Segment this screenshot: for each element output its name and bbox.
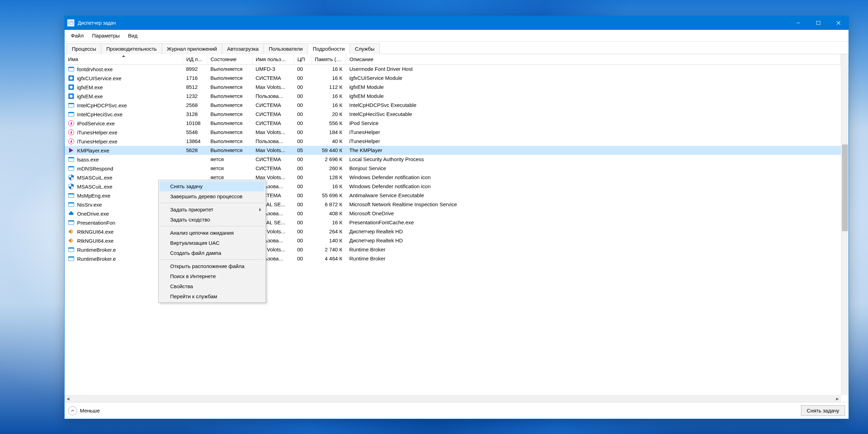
process-icon [68,93,74,99]
table-row[interactable]: iTunesHelper.exe13864ВыполняетсяПользова… [65,137,841,146]
process-name: RtkNGUI64.exe [77,238,114,244]
table-row[interactable]: iTunesHelper.exe5548ВыполняетсяMax Volot… [65,128,841,137]
process-name: igfxEM.exe [77,84,103,90]
process-name: iTunesHelper.exe [77,139,117,144]
process-memory: 184 К [311,128,346,137]
process-status: Выполняется [207,83,252,92]
table-row[interactable]: iPodService.exe10108ВыполняетсяСИСТЕМА00… [65,119,841,128]
context-menu-item[interactable]: Свойства [160,281,265,291]
table-row[interactable]: igfxCUIService.exe1716ВыполняетсяСИСТЕМА… [65,74,841,83]
svg-rect-27 [68,193,74,194]
maximize-button[interactable] [808,16,828,30]
process-memory: 40 К [311,137,346,146]
process-status: Выполняется [207,110,252,119]
tab-details[interactable]: Подробности [308,43,350,54]
menu-view[interactable]: Вид [124,31,142,40]
horizontal-scrollbar[interactable]: ◄ ► [65,395,841,402]
column-header-pid[interactable]: ИД п... [183,54,207,65]
context-menu-item[interactable]: Задать приоритет [160,205,265,215]
process-pid: 3128 [183,110,207,119]
process-memory: 112 К [311,83,346,92]
svg-rect-7 [68,67,74,68]
process-cpu: 00 [294,155,311,164]
footer-bar: Меньше Снять задачу [65,402,849,419]
process-icon [68,247,74,253]
process-icon [68,174,74,181]
menu-file[interactable]: Файл [67,31,88,40]
process-description: iPod Service [346,119,841,128]
process-cpu: 00 [294,137,311,146]
process-status: яется [207,155,252,164]
process-memory: 264 К [311,227,346,236]
process-pid: 2568 [183,101,207,110]
process-icon [68,192,74,199]
tab-users[interactable]: Пользователи [264,43,308,54]
scroll-left-icon[interactable]: ◄ [65,395,72,402]
tab-app-history[interactable]: Журнал приложений [162,43,222,54]
column-header-user[interactable]: Имя польз... [252,54,294,65]
process-description: igfxEM Module [346,92,841,101]
context-menu-separator [160,259,264,260]
svg-marker-21 [69,148,73,153]
table-row[interactable]: igfxEM.exe1232ВыполняетсяПользова...0016… [65,92,841,101]
context-menu-item[interactable]: Задать сходство [160,215,265,225]
context-menu-item[interactable]: Завершить дерево процессов [160,191,265,201]
fewer-details-button[interactable]: Меньше [68,406,100,415]
tab-performance[interactable]: Производительность [101,43,162,54]
end-task-button[interactable]: Снять задачу [801,405,845,416]
table-row[interactable]: IntelCpHDCPSvc.exe2568ВыполняетсяСИСТЕМА… [65,101,841,110]
column-header-name[interactable]: Имя [65,54,183,65]
process-pid [183,164,207,173]
menu-options[interactable]: Параметры [88,31,124,40]
tab-services[interactable]: Службы [350,43,380,54]
vertical-scrollbar-thumb[interactable] [842,144,848,231]
vertical-scrollbar[interactable] [841,54,849,395]
process-user: СИСТЕМА [252,155,294,164]
tab-processes[interactable]: Процессы [67,43,101,54]
column-header-status[interactable]: Состояние [207,54,252,65]
context-menu-item[interactable]: Перейти к службам [160,291,265,301]
tab-bar: Процессы Производительность Журнал прило… [65,42,849,54]
context-menu: Снять задачуЗавершить дерево процессовЗа… [158,180,266,303]
context-menu-item[interactable]: Анализ цепочки ожидания [160,228,265,238]
process-memory: 260 К [311,164,346,173]
process-status: Выполняется [207,92,252,101]
process-name: iPodService.exe [77,120,115,126]
process-description: Local Security Authority Process [346,155,841,164]
process-pid: 10108 [183,119,207,128]
table-row[interactable]: KMPlayer.exe5628ВыполняетсяMax Volots...… [65,146,841,155]
process-memory: 2 696 К [311,155,346,164]
table-row[interactable]: lsass.exeяетсяСИСТЕМА002 696 КLocal Secu… [65,155,841,164]
table-row[interactable]: IntelCpHeciSvc.exe3128ВыполняетсяСИСТЕМА… [65,110,841,119]
desktop-background: Диспетчер задач Файл Параметры Вид Проце… [0,0,868,434]
table-row[interactable]: mDNSRespondяетсяСИСТЕМА00260 КBonjour Se… [65,164,841,173]
process-status: Выполняется [207,128,252,137]
process-memory: 140 К [311,236,346,245]
table-row[interactable]: igfxEM.exe8512ВыполняетсяMax Volots...00… [65,83,841,92]
column-header-description[interactable]: Описание [346,54,841,65]
svg-rect-34 [69,240,70,242]
process-icon [68,228,74,235]
title-bar[interactable]: Диспетчер задач [65,16,849,30]
minimize-button[interactable] [788,16,808,30]
process-description: PresentationFontCache.exe [346,218,841,227]
svg-rect-3 [817,21,820,25]
context-menu-item[interactable]: Создать файл дампа [160,248,265,258]
context-menu-item[interactable]: Виртуализация UAC [160,238,265,248]
process-status: яется [207,164,252,173]
chevron-up-icon [68,406,77,415]
svg-rect-31 [68,220,74,222]
context-menu-item[interactable]: Открыть расположение файла [160,261,265,271]
process-description: Usermode Font Driver Host [346,65,841,74]
column-header-memory[interactable]: Память (ч... [311,54,346,65]
column-header-cpu[interactable]: ЦП [294,54,311,65]
svg-marker-33 [70,229,72,234]
close-button[interactable] [828,16,849,30]
scroll-right-icon[interactable]: ► [834,395,841,402]
table-row[interactable]: fontdrvhost.exe8992ВыполняетсяUMFD-30016… [65,65,841,74]
tab-startup[interactable]: Автозагрузка [222,43,264,54]
context-menu-item[interactable]: Поиск в Интернете [160,271,265,281]
menu-bar: Файл Параметры Вид [65,30,849,42]
process-description: Runtime Broker [346,254,841,263]
context-menu-item[interactable]: Снять задачу [160,181,265,191]
